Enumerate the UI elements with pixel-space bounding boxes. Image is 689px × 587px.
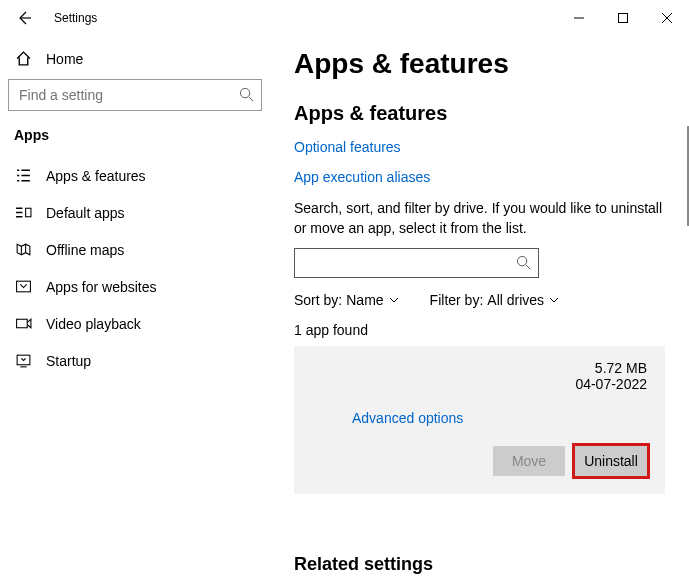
chevron-down-icon [548, 294, 560, 306]
page-heading: Apps & features [294, 48, 665, 80]
related-heading: Related settings [294, 554, 665, 575]
list-icon [14, 167, 32, 184]
svg-rect-4 [16, 319, 27, 328]
nav-startup[interactable]: Startup [8, 342, 262, 379]
svg-rect-0 [619, 14, 628, 23]
nav-offline-maps[interactable]: Offline maps [8, 231, 262, 268]
arrow-left-icon [16, 10, 32, 26]
filter-by-control[interactable]: Filter by: All drives [430, 292, 560, 308]
map-icon [14, 241, 32, 258]
nav-label: Startup [46, 353, 91, 369]
apps-websites-icon [14, 278, 32, 295]
sort-label: Sort by: [294, 292, 342, 308]
sort-by-control[interactable]: Sort by: Name [294, 292, 400, 308]
search-icon [516, 255, 531, 270]
filter-value: All drives [487, 292, 544, 308]
nav-label: Video playback [46, 316, 141, 332]
app-size: 5.72 MB [575, 360, 647, 376]
sort-value: Name [346, 292, 383, 308]
chevron-down-icon [388, 294, 400, 306]
svg-rect-2 [25, 208, 30, 217]
minimize-button[interactable] [557, 3, 601, 33]
app-date: 04-07-2022 [575, 376, 647, 392]
move-button: Move [493, 446, 565, 476]
svg-point-6 [517, 257, 526, 266]
svg-rect-3 [16, 281, 30, 292]
back-button[interactable] [10, 4, 38, 32]
uninstall-button[interactable]: Uninstall [575, 446, 647, 476]
nav-apps-features[interactable]: Apps & features [8, 157, 262, 194]
advanced-options-link[interactable]: Advanced options [352, 410, 647, 426]
section-heading: Apps & features [294, 102, 665, 125]
maximize-button[interactable] [601, 3, 645, 33]
nav-default-apps[interactable]: Default apps [8, 194, 262, 231]
home-label: Home [46, 51, 83, 67]
close-button[interactable] [645, 3, 689, 33]
section-label: Apps [14, 127, 262, 143]
maximize-icon [618, 13, 628, 23]
app-execution-aliases-link[interactable]: App execution aliases [294, 169, 665, 185]
nav-apps-websites[interactable]: Apps for websites [8, 268, 262, 305]
nav-label: Default apps [46, 205, 125, 221]
video-icon [14, 315, 32, 332]
default-apps-icon [14, 204, 32, 221]
description-text: Search, sort, and filter by drive. If yo… [294, 199, 665, 238]
nav-label: Apps for websites [46, 279, 157, 295]
startup-icon [14, 352, 32, 369]
optional-features-link[interactable]: Optional features [294, 139, 665, 155]
filter-label: Filter by: [430, 292, 484, 308]
window-title: Settings [54, 11, 97, 25]
minimize-icon [574, 13, 584, 23]
nav-video-playback[interactable]: Video playback [8, 305, 262, 342]
main-content: Apps & features Apps & features Optional… [270, 36, 689, 587]
close-icon [662, 13, 672, 23]
sidebar: Home Apps Apps & features Default apps O… [0, 36, 270, 587]
home-nav[interactable]: Home [8, 46, 262, 79]
app-count: 1 app found [294, 322, 665, 338]
app-card[interactable]: 5.72 MB 04-07-2022 Advanced options Move… [294, 346, 665, 494]
app-search-input[interactable] [294, 248, 539, 278]
nav-label: Offline maps [46, 242, 124, 258]
find-setting-input[interactable] [8, 79, 262, 111]
home-icon [14, 50, 32, 67]
nav-label: Apps & features [46, 168, 146, 184]
